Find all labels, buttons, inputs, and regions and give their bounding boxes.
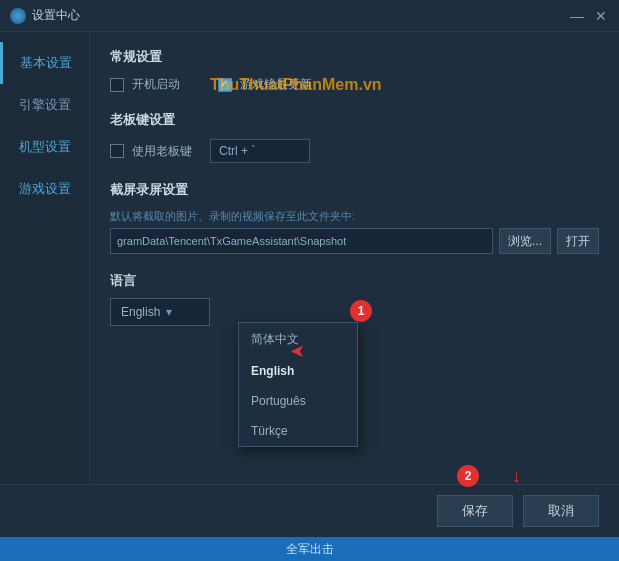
title-bar: 设置中心 — ✕ bbox=[0, 0, 619, 32]
annotation-1: 1 bbox=[350, 300, 372, 322]
lang-option-portuguese[interactable]: Português bbox=[239, 386, 357, 416]
lang-option-turkish[interactable]: Türkçe bbox=[239, 416, 357, 446]
auto-start-checkbox[interactable] bbox=[110, 78, 124, 92]
content-area: ThuThuatPhanMem.vn 常规设置 开机启动 游戏镜最更新 老板键设… bbox=[90, 32, 619, 484]
screenshot-hint: 默认将截取的图片、录制的视频保存至此文件夹中: bbox=[110, 209, 599, 224]
filepath-input[interactable] bbox=[110, 228, 493, 254]
language-title: 语言 bbox=[110, 272, 599, 290]
general-settings-title: 常规设置 bbox=[110, 48, 599, 66]
open-folder-button[interactable]: 打开 bbox=[557, 228, 599, 254]
boss-key-label: 使用老板键 bbox=[132, 143, 192, 160]
hotkey-input[interactable] bbox=[210, 139, 310, 163]
close-button[interactable]: ✕ bbox=[593, 8, 609, 24]
auto-start-label: 开机启动 bbox=[132, 76, 180, 93]
minimize-button[interactable]: — bbox=[569, 8, 585, 24]
bottom-hint-bar: 全军出击 bbox=[0, 537, 619, 561]
boss-key-checkbox[interactable] bbox=[110, 144, 124, 158]
sidebar: 基本设置 引擎设置 机型设置 游戏设置 bbox=[0, 32, 90, 484]
boss-key-row: 使用老板键 bbox=[110, 139, 599, 163]
boss-key-title: 老板键设置 bbox=[110, 111, 599, 129]
auto-update-label: 游戏镜最更新 bbox=[240, 76, 312, 93]
auto-start-row: 开机启动 游戏镜最更新 bbox=[110, 76, 599, 93]
app-icon bbox=[10, 8, 26, 24]
sidebar-item-engine[interactable]: 引擎设置 bbox=[0, 84, 89, 126]
main-layout: 基本设置 引擎设置 机型设置 游戏设置 ThuThuatPhanMem.vn 常… bbox=[0, 32, 619, 484]
general-settings-section: 常规设置 开机启动 游戏镜最更新 bbox=[110, 48, 599, 93]
sidebar-item-basic[interactable]: 基本设置 bbox=[0, 42, 89, 84]
screenshot-title: 截屏录屏设置 bbox=[110, 181, 599, 199]
boss-key-section: 老板键设置 使用老板键 bbox=[110, 111, 599, 163]
browse-button[interactable]: 浏览... bbox=[499, 228, 551, 254]
arrow-1: ➤ bbox=[290, 340, 305, 362]
bottom-hint-text: 全军出击 bbox=[286, 541, 334, 558]
auto-update-checkbox[interactable] bbox=[218, 78, 232, 92]
annotation-2: 2 bbox=[457, 465, 479, 487]
window-title: 设置中心 bbox=[32, 7, 569, 24]
language-dropdown-button[interactable]: English bbox=[110, 298, 210, 326]
language-current: English bbox=[121, 305, 160, 319]
screenshot-section: 截屏录屏设置 默认将截取的图片、录制的视频保存至此文件夹中: 浏览... 打开 bbox=[110, 181, 599, 254]
save-button[interactable]: 保存 bbox=[437, 495, 513, 527]
arrow-2: ↓ bbox=[512, 466, 521, 487]
window-controls: — ✕ bbox=[569, 8, 609, 24]
sidebar-item-device[interactable]: 机型设置 bbox=[0, 126, 89, 168]
filepath-row: 浏览... 打开 bbox=[110, 228, 599, 254]
cancel-button[interactable]: 取消 bbox=[523, 495, 599, 527]
sidebar-item-game[interactable]: 游戏设置 bbox=[0, 168, 89, 210]
footer: 2 ↓ 保存 取消 bbox=[0, 484, 619, 537]
